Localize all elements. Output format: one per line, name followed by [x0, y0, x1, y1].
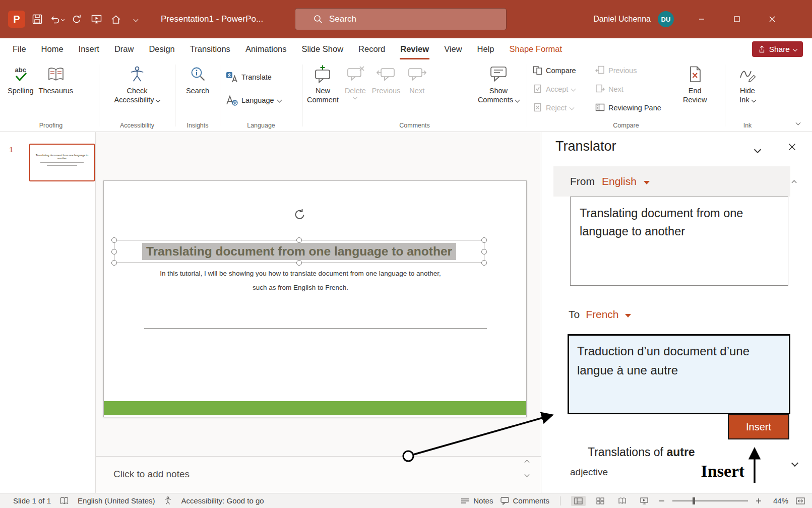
- group-label-compare: Compare: [527, 122, 725, 129]
- notes-scrollbar[interactable]: [525, 461, 529, 476]
- redo-button[interactable]: [69, 12, 84, 27]
- slideshow-view-button[interactable]: [637, 496, 651, 506]
- zoom-slider-thumb[interactable]: [693, 497, 695, 504]
- show-comments-button[interactable]: Show Comments: [475, 61, 522, 106]
- source-text-box[interactable]: Translating document from one language t…: [570, 197, 788, 286]
- translation-result-box[interactable]: Traduction d’un document d’une langue à …: [568, 334, 790, 414]
- save-button[interactable]: [30, 12, 45, 27]
- tab-help[interactable]: Help: [470, 38, 502, 59]
- next-comment-button[interactable]: Next: [403, 61, 431, 97]
- accept-button[interactable]: Accept: [529, 80, 589, 98]
- user-name[interactable]: Daniel Uchenna: [593, 15, 651, 24]
- compare-button[interactable]: Compare: [529, 61, 589, 79]
- pane-close-button[interactable]: [788, 143, 796, 151]
- avatar[interactable]: DU: [658, 11, 674, 27]
- resize-handle[interactable]: [481, 237, 487, 243]
- new-comment-icon: [313, 64, 333, 85]
- resize-handle[interactable]: [296, 260, 302, 266]
- reviewing-pane-button[interactable]: Reviewing Pane: [592, 99, 676, 116]
- tab-record[interactable]: Record: [351, 38, 393, 59]
- start-slideshow-button[interactable]: [89, 12, 104, 27]
- accessibility-status[interactable]: Accessibility: Good to go: [181, 496, 264, 505]
- pane-collapse-button[interactable]: [755, 145, 760, 154]
- resize-handle[interactable]: [481, 249, 487, 255]
- tab-insert[interactable]: Insert: [71, 38, 107, 59]
- zoom-slider[interactable]: [672, 497, 748, 504]
- to-language-selector[interactable]: French: [586, 308, 618, 321]
- pane-scroll-down-button[interactable]: [792, 459, 797, 468]
- slide-thumbnail[interactable]: Translating document from one language t…: [29, 144, 95, 181]
- scroll-down-icon[interactable]: [525, 472, 530, 477]
- notes-pane[interactable]: Click to add notes: [96, 456, 541, 493]
- comments-button[interactable]: Comments: [501, 496, 549, 505]
- pane-scroll-up-button[interactable]: [792, 177, 796, 186]
- reading-view-button[interactable]: [615, 496, 630, 505]
- zoom-out-button[interactable]: [659, 498, 665, 504]
- slide[interactable]: Translating document from one language t…: [103, 180, 527, 417]
- subtitle-placeholder[interactable]: In this tutorial, I will be showing you …: [124, 267, 477, 295]
- next-change-button[interactable]: Next: [592, 80, 676, 98]
- tab-view[interactable]: View: [436, 38, 469, 59]
- resize-handle[interactable]: [111, 249, 117, 255]
- title-placeholder[interactable]: Translating document from one language t…: [114, 240, 484, 263]
- tab-design[interactable]: Design: [141, 38, 182, 59]
- reject-button[interactable]: Reject: [529, 99, 589, 116]
- resize-handle[interactable]: [296, 237, 302, 243]
- search-icon: [314, 15, 323, 24]
- proofing-status-icon[interactable]: [60, 497, 69, 504]
- end-review-button[interactable]: EndReview: [680, 61, 710, 106]
- smart-search-button[interactable]: Search: [183, 61, 212, 97]
- powerpoint-logo-icon[interactable]: P: [8, 11, 25, 28]
- resize-handle[interactable]: [481, 260, 487, 266]
- resize-handle[interactable]: [111, 237, 117, 243]
- tab-slide-show[interactable]: Slide Show: [294, 38, 351, 59]
- check-accessibility-button[interactable]: Check Accessibility: [112, 61, 163, 106]
- scroll-up-icon[interactable]: [525, 460, 530, 465]
- share-button[interactable]: Share: [752, 41, 803, 57]
- language-status[interactable]: English (United States): [78, 496, 155, 505]
- translate-button[interactable]: Translate: [222, 68, 300, 86]
- normal-view-button[interactable]: [571, 496, 586, 506]
- accessibility-icon[interactable]: [164, 496, 172, 505]
- previous-comment-button[interactable]: Previous: [369, 61, 403, 97]
- delete-comment-button[interactable]: Delete: [341, 61, 369, 101]
- new-comment-button[interactable]: NewComment: [304, 61, 341, 106]
- customize-qat-button[interactable]: [128, 12, 143, 27]
- group-compare: Compare Accept Reject: [527, 59, 725, 132]
- close-button[interactable]: [755, 0, 790, 38]
- search-box[interactable]: Search: [295, 8, 507, 30]
- collapse-ribbon-button[interactable]: [796, 117, 800, 126]
- tab-draw[interactable]: Draw: [107, 38, 142, 59]
- fit-to-window-button[interactable]: [796, 497, 805, 504]
- thesaurus-button[interactable]: Thesaurus: [36, 61, 76, 97]
- from-language-selector[interactable]: English: [602, 175, 637, 187]
- zoom-in-button[interactable]: [756, 498, 762, 504]
- rotate-handle[interactable]: [293, 209, 305, 221]
- insert-translation-button[interactable]: Insert: [728, 414, 789, 439]
- language-button[interactable]: Language: [222, 91, 300, 109]
- tab-file[interactable]: File: [5, 38, 34, 59]
- tab-animations[interactable]: Animations: [238, 38, 294, 59]
- maximize-button[interactable]: [719, 0, 755, 38]
- tab-transitions[interactable]: Transitions: [182, 38, 238, 59]
- spelling-button[interactable]: abc Spelling: [5, 61, 36, 97]
- delete-comment-icon: [346, 64, 365, 85]
- previous-change-button[interactable]: Previous: [592, 61, 676, 79]
- resize-handle[interactable]: [111, 260, 117, 266]
- undo-dropdown-icon[interactable]: [61, 17, 65, 21]
- home-button[interactable]: [108, 12, 123, 27]
- hide-ink-button[interactable]: Hide Ink: [733, 61, 762, 106]
- notes-button[interactable]: Notes: [461, 496, 493, 505]
- tab-home[interactable]: Home: [34, 38, 71, 59]
- minimize-button[interactable]: [684, 0, 719, 38]
- tab-shape-format[interactable]: Shape Format: [502, 38, 570, 59]
- tab-review[interactable]: Review: [393, 38, 436, 59]
- dropdown-triangle-icon[interactable]: [644, 181, 650, 184]
- slide-canvas[interactable]: Translating document from one language t…: [96, 132, 541, 493]
- zoom-slider-track[interactable]: [672, 500, 748, 501]
- zoom-level[interactable]: 44%: [769, 496, 788, 505]
- chevron-down-icon: [277, 98, 282, 103]
- dropdown-triangle-icon[interactable]: [625, 314, 631, 318]
- undo-button[interactable]: [49, 12, 65, 27]
- slide-sorter-view-button[interactable]: [593, 496, 607, 506]
